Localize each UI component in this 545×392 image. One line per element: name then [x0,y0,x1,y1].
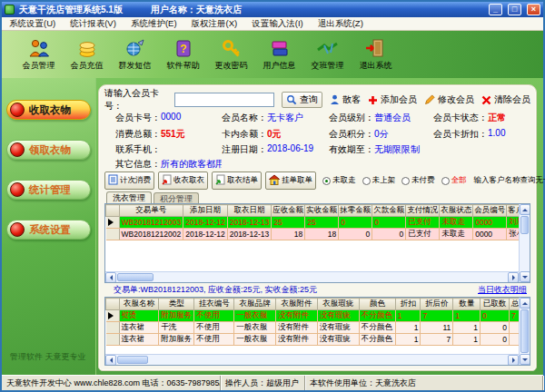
scroll-thumb[interactable] [117,356,148,364]
toolbar-button-help[interactable]: ?软件帮助 [159,37,207,72]
recharge-icon [75,37,99,59]
menu-item[interactable]: 统计报表(V) [70,18,116,30]
status-section: 本软件使用单位：天意洗衣店 [305,376,543,390]
toolbar-button-members[interactable]: 会员管理 [15,37,63,72]
action-button-receive[interactable]: 收衣取衣 [158,172,208,190]
scroll-thumb[interactable] [117,273,154,281]
toolbar-button-exit[interactable]: 退出系统 [352,37,400,72]
column-header[interactable]: 取衣日期 [227,205,271,217]
tab-洗衣管理[interactable]: 洗衣管理 [106,191,152,204]
sidebar-item-领取衣物[interactable]: 领取衣物 [6,140,91,160]
scroll-thumb[interactable] [520,309,529,353]
scroll-right-button[interactable] [508,272,519,283]
action-button-settle[interactable]: 取衣结单 [212,172,262,190]
maximize-button[interactable]: □ [508,4,521,15]
items-vertical-scrollbar[interactable] [519,298,530,365]
scroll-right-button[interactable] [508,355,519,366]
scroll-left-button[interactable] [105,355,116,366]
table-cell: 没有附件 [275,322,317,334]
column-header[interactable]: 会员编号 [473,205,507,217]
column-header[interactable]: 衣服状态 [440,205,473,217]
table-row[interactable]: 熨烫附加服务不使用一般衣服没有附件没有瑕疵不分颜色17107 [106,310,530,322]
column-header[interactable]: 衣服名称 [119,299,159,310]
scroll-left-button[interactable] [105,272,116,283]
toolbar-button-password[interactable]: 更改密码 [207,37,255,72]
sidebar-item-label: 系统设置 [29,223,71,237]
menu-item[interactable]: 退出系统(Z) [318,18,363,30]
table-row[interactable]: 连衣裙附加服务不使用一般衣服没有附件没有瑕疵不分颜色1710 [106,334,530,346]
toolbar-button-sms[interactable]: 群发短信 [111,37,159,72]
column-header[interactable]: 数量 [453,299,481,310]
column-header[interactable]: 折扣 [395,299,421,310]
clear-member-button[interactable]: 清除会员 [481,93,530,106]
column-header[interactable]: 折后价 [421,299,453,310]
scroll-thumb[interactable] [520,216,529,234]
table-row[interactable]: 连衣裙干洗不使用一般衣服没有附件没有瑕疵不分颜色11110 [106,322,530,334]
action-button-count[interactable]: 计次消费 [104,172,154,190]
status-section: 操作人员：超级用户 [221,376,305,390]
help-icon: ? [172,37,195,59]
column-header[interactable]: 类型 [159,299,194,310]
toolbar-button-shift[interactable]: 交班管理 [303,37,352,72]
table-cell: 已支付 [406,217,440,229]
sidebar-item-统计管理[interactable]: 统计管理 [6,180,91,200]
scroll-up-button[interactable] [520,298,530,309]
column-header[interactable]: 衣服附件 [275,299,317,310]
toolbar-button-label: 会员管理 [23,60,55,72]
filter-radio-未付费[interactable]: 未付费 [401,175,435,186]
column-header[interactable]: 欠款金额 [372,205,406,217]
column-header[interactable]: 应收金额 [272,205,305,217]
card-number-input[interactable] [174,93,274,107]
toolbar-button-recharge[interactable]: 会员充值 [63,37,111,72]
menu-item[interactable]: 系统维护(E) [131,18,177,30]
table-row[interactable]: WB201812120022018-12-122018-12-13181800已… [106,229,531,240]
sidebar-item-系统设置[interactable]: 系统设置 [6,220,91,240]
field-value: 普通会员 [374,112,411,124]
column-header[interactable]: 抹零金额 [339,205,372,217]
radio-icon [401,177,410,185]
sidebar-item-收取衣物[interactable]: 收取衣物 [6,100,91,120]
orders-horizontal-scrollbar[interactable] [105,271,519,282]
menu-bar: 系统设置(U)统计报表(V)系统维护(E)版权注册(X)设置输入法(I)退出系统… [2,17,543,31]
column-header[interactable]: 实收金额 [305,205,339,217]
daily-receipts-link[interactable]: 当日收衣明细 [478,284,527,296]
filter-radio-未上架[interactable]: 未上架 [362,175,396,186]
toolbar-button-userinfo[interactable]: 用户信息 [255,37,303,72]
column-header[interactable]: 支付情况 [406,205,440,217]
app-window: 天意干洗店管理系统5.1版 用户名称：天意洗衣店 _ □ × 系统设置(U)统计… [0,0,545,392]
column-header[interactable]: 衣服品牌 [234,299,276,310]
close-button[interactable]: × [527,4,540,15]
action-row: 计次消费收衣取衣取衣结单挂单取单未取走未上架未付费全部输入客户名称查询无卡客户： [104,171,530,191]
menu-item[interactable]: 版权注册(X) [192,18,238,30]
status-bar: 天意软件开发中心 www.chle828.com 电话：0635-7987985… [2,375,543,390]
minimize-button[interactable]: _ [489,4,502,15]
column-header[interactable]: 交易单号 [119,205,183,217]
filter-radio-未取走[interactable]: 未取走 [322,175,356,186]
orders-vertical-scrollbar[interactable] [519,204,530,282]
scroll-down-button[interactable] [520,354,530,365]
table-cell: 附加服务 [159,334,194,346]
modify-member-button[interactable]: 修改会员 [424,93,474,106]
column-header[interactable]: 添加日期 [183,205,227,217]
scroll-down-button[interactable] [520,271,530,282]
column-header[interactable]: 衣服瑕疵 [317,299,359,310]
walkin-button[interactable]: 散客 [330,93,361,106]
column-header[interactable]: 颜色 [359,299,395,310]
column-header[interactable]: 已取数 [481,299,510,310]
menu-item[interactable]: 设置输入法(I) [252,18,302,30]
query-button[interactable]: 查询 [282,92,322,108]
menu-item[interactable]: 系统设置(U) [9,18,55,30]
table-cell: WB20181212002 [119,229,183,240]
filter-radio-全部[interactable]: 全部 [441,175,467,186]
table-cell: 不使用 [194,310,234,322]
items-horizontal-scrollbar[interactable] [105,354,519,365]
sidebar-slogan: 管理软件 天意更专业 [10,351,86,363]
add-member-button[interactable]: 添加会员 [368,93,417,106]
action-button-pickup[interactable]: 挂单取单 [265,172,316,190]
toolbar-button-label: 交班管理 [312,60,344,72]
field-value: 551元 [161,128,185,141]
scroll-up-button[interactable] [520,204,530,215]
column-header[interactable]: 挂衣编号 [194,299,234,310]
table-row[interactable]: WB201812120032018-12-122018-12-13252500已… [106,217,531,229]
table-cell: 未取走 [440,229,473,240]
